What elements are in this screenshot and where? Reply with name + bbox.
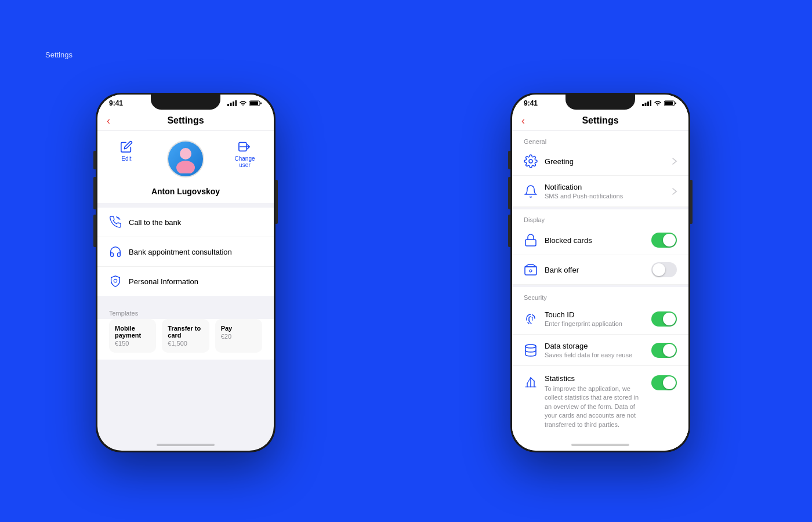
notification-subtitle: SMS and Push-notifications [545, 193, 665, 200]
phone-btn-vol-down [93, 215, 96, 247]
statistics-title: Statistics [545, 374, 644, 383]
toggle-knob-data-storage [663, 344, 676, 357]
settings-item-bank-offer[interactable]: Bank offer [512, 255, 688, 285]
store-icon [524, 263, 538, 277]
section-label-general: General [512, 131, 688, 147]
phone-right: 9:41 [510, 93, 690, 452]
settings-list: General Greeting [512, 131, 688, 451]
toggle-knob-bank-offer [652, 263, 665, 276]
nav-title-right: Settings [582, 115, 618, 126]
signal-icon-right [642, 100, 651, 106]
chart-icon [524, 375, 538, 389]
database-icon [524, 343, 538, 357]
template-name-2: Pay [221, 325, 256, 332]
template-name-0: Mobile payment [115, 325, 150, 339]
toggle-bank-offer[interactable] [651, 262, 677, 277]
phone-right-btn-power [690, 180, 693, 224]
nav-bar-right: ‹ Settings [512, 110, 688, 131]
bank-offer-content: Bank offer [545, 266, 644, 274]
blocked-cards-content: Blocked cards [545, 236, 644, 245]
blocked-cards-title: Blocked cards [545, 236, 644, 245]
wifi-icon-right [654, 100, 662, 106]
template-mobile-payment[interactable]: Mobile payment €150 [109, 319, 156, 353]
svg-point-21 [525, 345, 536, 348]
page-label: Settings [45, 50, 72, 59]
menu-section: Call to the bank Bank appointment consul… [97, 208, 274, 296]
edit-icon [120, 140, 133, 153]
menu-item-consultation[interactable]: Bank appointment consultation [97, 237, 274, 267]
settings-item-data-storage[interactable]: Data storage Saves field data for easy r… [512, 335, 688, 366]
data-storage-subtitle: Saves field data for easy reuse [545, 351, 644, 358]
back-button-right[interactable]: ‹ [521, 115, 525, 127]
edit-label: Edit [121, 155, 131, 162]
chevron-right-notification [672, 188, 677, 195]
toggle-knob-touch-id [663, 313, 676, 325]
phone-left-screen: 9:41 [97, 95, 274, 451]
svg-rect-11 [642, 104, 644, 106]
settings-item-touch-id[interactable]: Touch ID Enter fingerprint application [512, 303, 688, 335]
phone-right-btn-vol-down [508, 215, 510, 247]
template-pay[interactable]: Pay €20 [215, 319, 262, 353]
status-icons-left [227, 100, 262, 106]
menu-text-personal: Personal Information [129, 277, 198, 286]
touch-id-title: Touch ID [545, 310, 644, 319]
phone-right-frame: 9:41 [510, 93, 690, 452]
svg-rect-0 [227, 104, 229, 106]
settings-item-statistics[interactable]: Statistics To improve the application, w… [512, 366, 688, 436]
template-amount-0: €150 [115, 340, 150, 347]
notification-content: Notification SMS and Push-notifications [545, 183, 665, 200]
data-storage-title: Data storage [545, 342, 644, 350]
settings-item-greeting[interactable]: Greeting [512, 147, 688, 176]
menu-item-call[interactable]: Call to the bank [97, 208, 274, 237]
templates-grid: Mobile payment €150 Transfer to card €1,… [109, 319, 262, 353]
toggle-data-storage[interactable] [651, 343, 677, 358]
templates-section: Mobile payment €150 Transfer to card €1,… [97, 319, 274, 360]
avatar [167, 140, 204, 177]
settings-item-blocked-cards[interactable]: Blocked cards [512, 226, 688, 255]
template-name-1: Transfer to card [168, 325, 203, 339]
phone-left: 9:41 [96, 93, 276, 452]
svg-rect-6 [260, 103, 262, 104]
toggle-blocked-cards[interactable] [651, 233, 677, 248]
profile-actions: Edit Chang [109, 140, 262, 177]
menu-text-call: Call to the bank [129, 218, 181, 227]
home-indicator-right [571, 444, 629, 446]
back-button-left[interactable]: ‹ [107, 115, 110, 127]
phone-left-frame: 9:41 [96, 93, 276, 452]
menu-text-consultation: Bank appointment consultation [129, 248, 232, 256]
template-amount-1: €1,500 [168, 340, 203, 347]
menu-item-personal[interactable]: Personal Information [97, 267, 274, 296]
battery-icon-right [664, 100, 677, 106]
phone-btn-vol-up [93, 177, 96, 209]
svg-point-20 [530, 270, 532, 272]
greeting-title: Greeting [545, 157, 665, 166]
signal-icon [227, 100, 237, 106]
edit-action[interactable]: Edit [109, 140, 144, 162]
svg-rect-18 [525, 240, 536, 246]
settings-item-notification[interactable]: Notification SMS and Push-notifications [512, 176, 688, 207]
change-user-action[interactable]: Changeuser [227, 140, 262, 168]
home-indicator-left [157, 444, 215, 446]
svg-point-8 [176, 161, 195, 173]
template-transfer[interactable]: Transfer to card €1,500 [162, 319, 209, 353]
divider-templates [97, 300, 274, 305]
svg-point-7 [180, 148, 191, 160]
templates-label: Templates [97, 305, 274, 319]
notch-right [566, 95, 635, 110]
greeting-content: Greeting [545, 157, 665, 166]
toggle-statistics[interactable] [651, 375, 677, 390]
notification-title: Notification [545, 183, 665, 191]
phone-right-screen: 9:41 [512, 95, 688, 451]
svg-rect-1 [230, 103, 232, 106]
touch-id-subtitle: Enter fingerprint application [545, 320, 644, 327]
notch-left [151, 95, 220, 110]
touch-id-content: Touch ID Enter fingerprint application [545, 310, 644, 327]
toggle-touch-id[interactable] [651, 311, 677, 327]
section-label-display: Display [512, 209, 688, 226]
svg-rect-14 [650, 100, 652, 106]
phone-right-btn-vol-up [508, 177, 510, 209]
change-user-icon [238, 140, 251, 153]
status-icons-right [642, 100, 677, 106]
svg-rect-12 [645, 103, 647, 106]
lock-icon [524, 233, 538, 247]
